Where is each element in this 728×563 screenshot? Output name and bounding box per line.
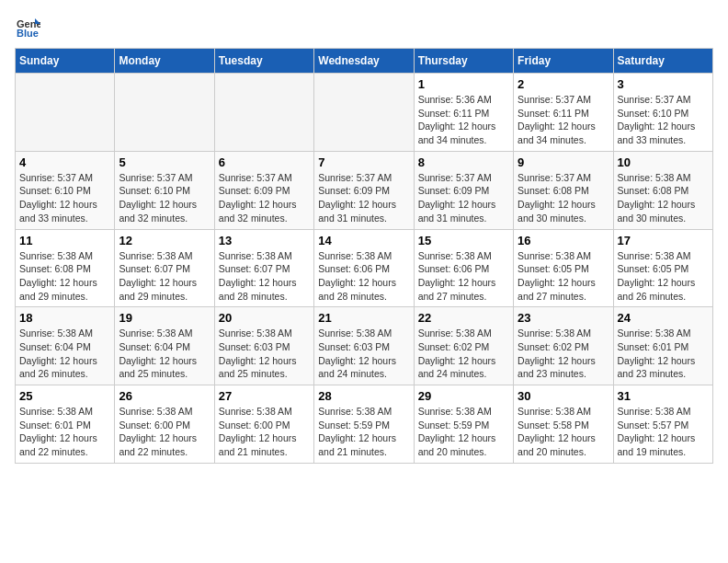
day-info: Sunrise: 5:38 AM Sunset: 6:03 PM Dayligh… [219,327,310,381]
calendar-cell: 10Sunrise: 5:38 AM Sunset: 6:08 PM Dayli… [613,151,712,229]
day-number: 6 [219,155,310,169]
calendar-cell: 1Sunrise: 5:36 AM Sunset: 6:11 PM Daylig… [414,74,513,152]
day-info: Sunrise: 5:37 AM Sunset: 6:10 PM Dayligh… [19,171,110,225]
day-number: 29 [418,389,509,403]
day-info: Sunrise: 5:38 AM Sunset: 6:02 PM Dayligh… [518,327,609,381]
day-number: 18 [19,311,110,325]
day-info: Sunrise: 5:38 AM Sunset: 5:57 PM Dayligh… [618,405,709,459]
calendar-cell: 13Sunrise: 5:38 AM Sunset: 6:07 PM Dayli… [214,229,313,307]
calendar-cell: 3Sunrise: 5:37 AM Sunset: 6:10 PM Daylig… [613,74,712,152]
day-number: 22 [418,311,509,325]
day-number: 24 [618,311,709,325]
day-number: 27 [219,389,310,403]
weekday-header-monday: Monday [115,49,214,74]
day-number: 9 [518,155,609,169]
day-number: 3 [618,77,709,91]
day-info: Sunrise: 5:38 AM Sunset: 5:59 PM Dayligh… [318,405,409,459]
day-info: Sunrise: 5:38 AM Sunset: 6:01 PM Dayligh… [19,405,110,459]
weekday-header-sunday: Sunday [16,49,115,74]
day-info: Sunrise: 5:37 AM Sunset: 6:09 PM Dayligh… [318,171,409,225]
calendar-cell: 27Sunrise: 5:38 AM Sunset: 6:00 PM Dayli… [214,385,313,464]
day-info: Sunrise: 5:38 AM Sunset: 6:04 PM Dayligh… [119,327,210,381]
weekday-header-tuesday: Tuesday [214,49,313,74]
day-info: Sunrise: 5:38 AM Sunset: 6:00 PM Dayligh… [219,405,310,459]
day-info: Sunrise: 5:38 AM Sunset: 6:08 PM Dayligh… [19,249,110,304]
day-number: 12 [119,234,210,247]
calendar-cell: 20Sunrise: 5:38 AM Sunset: 6:03 PM Dayli… [214,307,313,385]
calendar-cell: 30Sunrise: 5:38 AM Sunset: 5:58 PM Dayli… [514,385,613,464]
calendar-cell: 21Sunrise: 5:38 AM Sunset: 6:03 PM Dayli… [314,307,414,385]
calendar-cell: 25Sunrise: 5:38 AM Sunset: 6:01 PM Dayli… [16,385,115,464]
day-info: Sunrise: 5:37 AM Sunset: 6:09 PM Dayligh… [418,171,509,225]
calendar-cell: 9Sunrise: 5:37 AM Sunset: 6:08 PM Daylig… [514,151,613,229]
day-number: 15 [418,234,509,247]
calendar-cell: 24Sunrise: 5:38 AM Sunset: 6:01 PM Dayli… [613,307,712,385]
calendar-cell: 29Sunrise: 5:38 AM Sunset: 5:59 PM Dayli… [414,385,513,464]
day-number: 21 [318,311,409,325]
calendar-table: SundayMondayTuesdayWednesdayThursdayFrid… [15,48,713,464]
page-header: General Blue [15,15,713,40]
day-info: Sunrise: 5:37 AM Sunset: 6:10 PM Dayligh… [119,171,210,225]
day-info: Sunrise: 5:38 AM Sunset: 6:05 PM Dayligh… [518,249,609,304]
week-row-1: 1Sunrise: 5:36 AM Sunset: 6:11 PM Daylig… [16,74,713,152]
day-number: 19 [119,311,210,325]
day-info: Sunrise: 5:37 AM Sunset: 6:09 PM Dayligh… [219,171,310,225]
calendar-cell [214,74,313,152]
day-info: Sunrise: 5:38 AM Sunset: 6:02 PM Dayligh… [418,327,509,381]
day-number: 30 [518,389,609,403]
week-row-3: 11Sunrise: 5:38 AM Sunset: 6:08 PM Dayli… [16,229,713,307]
day-number: 7 [318,155,409,169]
logo-icon: General Blue [15,15,40,40]
svg-text:Blue: Blue [17,28,39,39]
calendar-cell: 26Sunrise: 5:38 AM Sunset: 6:00 PM Dayli… [115,385,214,464]
day-number: 28 [318,389,409,403]
day-info: Sunrise: 5:38 AM Sunset: 6:04 PM Dayligh… [19,327,110,381]
calendar-cell: 5Sunrise: 5:37 AM Sunset: 6:10 PM Daylig… [115,151,214,229]
day-number: 26 [119,389,210,403]
weekday-header-saturday: Saturday [613,49,712,74]
week-row-5: 25Sunrise: 5:38 AM Sunset: 6:01 PM Dayli… [16,385,713,464]
day-number: 31 [618,389,709,403]
day-info: Sunrise: 5:37 AM Sunset: 6:11 PM Dayligh… [518,93,609,147]
calendar-cell [115,74,214,152]
week-row-4: 18Sunrise: 5:38 AM Sunset: 6:04 PM Dayli… [16,307,713,385]
day-info: Sunrise: 5:37 AM Sunset: 6:08 PM Dayligh… [518,171,609,225]
calendar-cell: 16Sunrise: 5:38 AM Sunset: 6:05 PM Dayli… [514,229,613,307]
calendar-cell: 31Sunrise: 5:38 AM Sunset: 5:57 PM Dayli… [613,385,712,464]
day-number: 20 [219,311,310,325]
day-number: 11 [19,234,110,247]
calendar-cell: 18Sunrise: 5:38 AM Sunset: 6:04 PM Dayli… [16,307,115,385]
day-info: Sunrise: 5:38 AM Sunset: 6:08 PM Dayligh… [618,171,709,225]
weekday-header-friday: Friday [514,49,613,74]
calendar-cell: 2Sunrise: 5:37 AM Sunset: 6:11 PM Daylig… [514,74,613,152]
day-number: 5 [119,155,210,169]
calendar-cell: 28Sunrise: 5:38 AM Sunset: 5:59 PM Dayli… [314,385,414,464]
calendar-cell: 11Sunrise: 5:38 AM Sunset: 6:08 PM Dayli… [16,229,115,307]
day-number: 17 [618,234,709,247]
day-info: Sunrise: 5:38 AM Sunset: 6:05 PM Dayligh… [618,249,709,304]
day-info: Sunrise: 5:38 AM Sunset: 5:58 PM Dayligh… [518,405,609,459]
day-number: 13 [219,234,310,247]
calendar-cell: 19Sunrise: 5:38 AM Sunset: 6:04 PM Dayli… [115,307,214,385]
day-info: Sunrise: 5:38 AM Sunset: 6:07 PM Dayligh… [219,249,310,304]
weekday-header-wednesday: Wednesday [314,49,414,74]
day-info: Sunrise: 5:38 AM Sunset: 6:00 PM Dayligh… [119,405,210,459]
calendar-cell: 6Sunrise: 5:37 AM Sunset: 6:09 PM Daylig… [214,151,313,229]
calendar-cell: 12Sunrise: 5:38 AM Sunset: 6:07 PM Dayli… [115,229,214,307]
day-number: 16 [518,234,609,247]
day-info: Sunrise: 5:38 AM Sunset: 6:03 PM Dayligh… [318,327,409,381]
day-info: Sunrise: 5:37 AM Sunset: 6:10 PM Dayligh… [618,93,709,147]
calendar-cell: 23Sunrise: 5:38 AM Sunset: 6:02 PM Dayli… [514,307,613,385]
calendar-cell: 4Sunrise: 5:37 AM Sunset: 6:10 PM Daylig… [16,151,115,229]
day-number: 8 [418,155,509,169]
weekday-header-row: SundayMondayTuesdayWednesdayThursdayFrid… [16,49,713,74]
calendar-cell [16,74,115,152]
logo: General Blue [15,15,44,40]
day-info: Sunrise: 5:38 AM Sunset: 5:59 PM Dayligh… [418,405,509,459]
day-number: 23 [518,311,609,325]
day-info: Sunrise: 5:38 AM Sunset: 6:06 PM Dayligh… [418,249,509,304]
day-number: 10 [618,155,709,169]
day-info: Sunrise: 5:38 AM Sunset: 6:06 PM Dayligh… [318,249,409,304]
calendar-cell: 15Sunrise: 5:38 AM Sunset: 6:06 PM Dayli… [414,229,513,307]
calendar-cell: 14Sunrise: 5:38 AM Sunset: 6:06 PM Dayli… [314,229,414,307]
